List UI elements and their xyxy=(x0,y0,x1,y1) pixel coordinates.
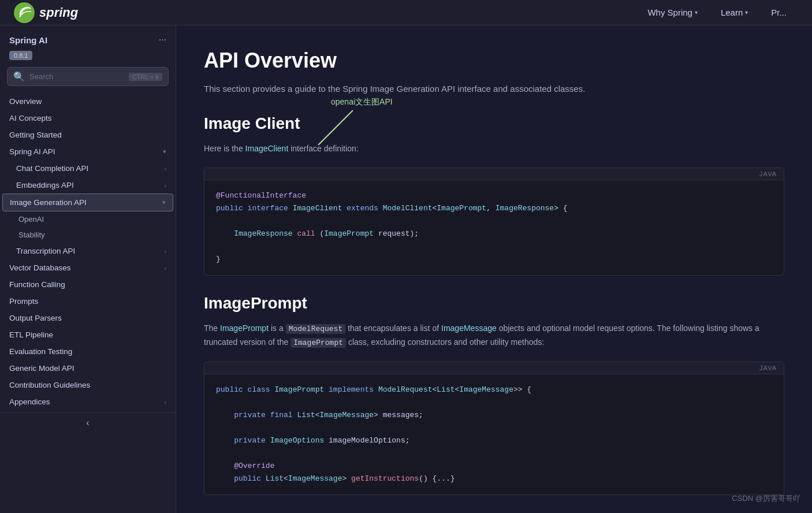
image-prompt-code-lang-label: JAVA xyxy=(204,362,784,374)
sidebar-item-output-parsers[interactable]: Output Parsers xyxy=(0,310,176,326)
image-prompt-desc: The ImagePrompt is a ModelRequest that e… xyxy=(204,322,784,350)
why-spring-chevron-icon: ▾ xyxy=(695,9,698,16)
logo-text: spring xyxy=(39,5,78,20)
vector-databases-chevron-icon: › xyxy=(164,265,166,272)
sidebar-item-generic-model[interactable]: Generic Model API xyxy=(0,360,176,377)
collapse-icon: ‹ xyxy=(86,418,89,428)
content-area: API Overview This section provides a gui… xyxy=(176,25,812,513)
sidebar-item-embeddings[interactable]: Embeddings API › xyxy=(0,177,176,194)
sidebar-collapse-button[interactable]: ‹ xyxy=(0,412,176,433)
search-placeholder: Search xyxy=(29,72,124,81)
image-message-link[interactable]: ImageMessage xyxy=(441,324,497,333)
image-client-section-title: Image Client xyxy=(204,114,784,133)
spring-logo-icon xyxy=(14,2,35,23)
image-client-code-block: JAVA @FunctionalInterface public interfa… xyxy=(204,168,784,276)
sidebar-item-appendices[interactable]: Appendices › xyxy=(0,393,176,410)
sidebar-item-ai-concepts[interactable]: AI Concepts xyxy=(0,110,176,127)
search-shortcut: CTRL + k xyxy=(129,73,162,81)
image-client-desc: Here is the ImageClient interface defini… xyxy=(204,142,784,156)
sidebar-item-evaluation-testing[interactable]: Evaluation Testing xyxy=(0,343,176,360)
learn-chevron-icon: ▾ xyxy=(745,9,748,16)
image-prompt-section-title: ImagePrompt xyxy=(204,294,784,313)
chat-completion-chevron-icon: › xyxy=(164,165,166,172)
sidebar-item-image-generation[interactable]: Image Generation API ▾ xyxy=(2,194,173,211)
learn-nav[interactable]: Learn ▾ xyxy=(709,0,759,25)
sidebar-item-vector-databases[interactable]: Vector Databases › xyxy=(0,259,176,276)
image-prompt-code-block: JAVA public class ImagePrompt implements… xyxy=(204,362,784,496)
main-layout: Spring AI ··· 0.8.1 🔍 Search CTRL + k Ov… xyxy=(0,25,812,513)
sidebar-item-overview[interactable]: Overview xyxy=(0,93,176,110)
csdn-watermark: CSDN @厉害哥哥吖 xyxy=(732,493,800,504)
top-navigation: spring Why Spring ▾ Learn ▾ Pr... xyxy=(0,0,812,25)
page-title: API Overview xyxy=(204,49,784,73)
page-subtitle: This section provides a guide to the Spr… xyxy=(204,82,784,96)
image-generation-chevron-icon: ▾ xyxy=(162,199,166,206)
search-bar[interactable]: 🔍 Search CTRL + k xyxy=(7,67,169,86)
sidebar-item-getting-started[interactable]: Getting Started xyxy=(0,127,176,143)
transcription-chevron-icon: › xyxy=(164,248,166,255)
sidebar: Spring AI ··· 0.8.1 🔍 Search CTRL + k Ov… xyxy=(0,25,176,513)
search-icon: 🔍 xyxy=(13,71,25,82)
sidebar-item-prompts[interactable]: Prompts xyxy=(0,293,176,310)
logo-area: spring xyxy=(14,2,636,23)
why-spring-nav[interactable]: Why Spring ▾ xyxy=(636,0,709,25)
appendices-chevron-icon: › xyxy=(164,399,166,406)
image-prompt-code-content: public class ImagePrompt implements Mode… xyxy=(204,374,784,495)
sidebar-item-stability[interactable]: Stability xyxy=(0,227,176,243)
image-prompt-link[interactable]: ImagePrompt xyxy=(220,324,269,333)
sidebar-item-contribution[interactable]: Contribution Guidelines xyxy=(0,377,176,393)
sidebar-menu-icon[interactable]: ··· xyxy=(159,35,166,45)
sidebar-item-etl-pipeline[interactable]: ETL Pipeline xyxy=(0,326,176,343)
image-client-link[interactable]: ImageClient xyxy=(245,144,289,153)
sidebar-item-openai[interactable]: OpenAI xyxy=(0,211,176,227)
annotation-text: openai文生图API xyxy=(331,97,393,107)
sidebar-title: Spring AI xyxy=(9,35,47,45)
code-content: @FunctionalInterface public interface Im… xyxy=(204,180,784,276)
sidebar-item-function-calling[interactable]: Function Calling xyxy=(0,276,176,293)
sidebar-item-spring-ai-api[interactable]: Spring AI API ▾ xyxy=(0,143,176,160)
nav-links: Why Spring ▾ Learn ▾ Pr... xyxy=(636,0,798,25)
code-lang-label: JAVA xyxy=(204,168,784,180)
projects-nav[interactable]: Pr... xyxy=(759,0,798,25)
sidebar-nav: Overview AI Concepts Getting Started Spr… xyxy=(0,91,176,412)
sidebar-header: Spring AI ··· xyxy=(0,25,176,50)
sidebar-item-transcription[interactable]: Transcription API › xyxy=(0,243,176,259)
version-badge: 0.8.1 xyxy=(0,50,176,65)
spring-ai-api-chevron-icon: ▾ xyxy=(163,148,166,155)
embeddings-chevron-icon: › xyxy=(164,182,166,189)
sidebar-item-chat-completion[interactable]: Chat Completion API › xyxy=(0,160,176,177)
